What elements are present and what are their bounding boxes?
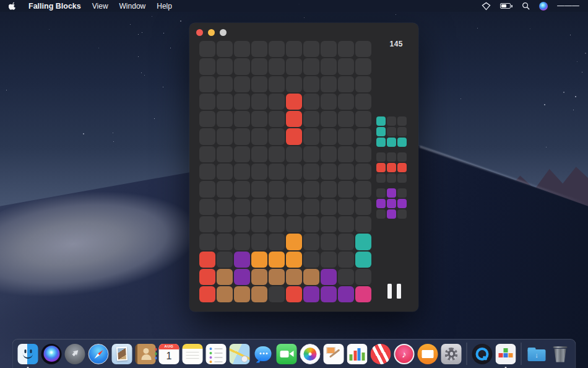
notification-center-icon[interactable] — [557, 4, 579, 8]
star — [49, 29, 50, 30]
dock-item-quicktime[interactable] — [472, 344, 493, 364]
lid — [553, 346, 568, 348]
preview-cell — [387, 163, 396, 172]
star — [6, 90, 7, 90]
grid-cell-empty — [338, 94, 354, 110]
preview-cell — [397, 173, 407, 183]
grid-cell-empty — [199, 111, 215, 127]
grid-cell-empty — [355, 216, 371, 232]
itunes-icon: ♪ — [394, 344, 415, 364]
dock-item-calendar[interactable]: AUG1 — [159, 344, 179, 364]
notes-icon — [183, 344, 203, 364]
grid-cell-empty — [303, 58, 319, 74]
grid-cell-empty — [269, 94, 285, 110]
dock-item-mail[interactable] — [112, 344, 132, 364]
dock-item-news[interactable] — [371, 344, 391, 364]
dock-item-messages[interactable] — [253, 344, 274, 364]
purple-plus-piece — [376, 188, 407, 219]
maps-icon — [230, 344, 250, 364]
grid-cell-empty — [234, 199, 250, 215]
grid-cell-filled — [286, 234, 302, 250]
dock-item-numbers[interactable] — [347, 344, 368, 364]
dock-item-trash[interactable] — [550, 344, 571, 364]
grid-cell-empty — [199, 164, 215, 180]
grid-cell-empty — [269, 286, 285, 302]
grid-cell-empty — [286, 216, 302, 232]
dock-item-facetime[interactable] — [277, 344, 297, 364]
preview-cell — [397, 138, 407, 147]
siri-icon — [41, 344, 62, 364]
dock-item-maps[interactable] — [230, 344, 250, 364]
grid-cell-empty — [303, 181, 319, 197]
dock-item-siri[interactable] — [41, 344, 62, 364]
dock-item-reminders[interactable] — [206, 344, 227, 364]
diamond-icon[interactable] — [482, 2, 491, 11]
star — [304, 17, 305, 18]
star — [544, 104, 545, 105]
star — [460, 99, 461, 99]
minimize-button[interactable] — [208, 29, 215, 36]
apple-menu-icon[interactable] — [9, 1, 17, 11]
dock-item-photos[interactable] — [300, 344, 321, 364]
pause-bar — [387, 284, 392, 299]
dock-item-itunes[interactable]: ♪ — [394, 344, 415, 364]
folder-body: ↓ — [528, 349, 546, 361]
menu-view[interactable]: View — [92, 2, 108, 11]
star — [573, 110, 574, 110]
close-button[interactable] — [196, 29, 203, 36]
grid-cell-empty — [269, 41, 285, 57]
grid-cell-empty — [234, 58, 250, 74]
grid-cell-empty — [199, 146, 215, 162]
preview-cell — [397, 116, 407, 126]
star — [163, 33, 164, 33]
grid-cell-empty — [303, 128, 319, 144]
dock-item-books[interactable] — [418, 344, 438, 364]
zoom-button[interactable] — [220, 29, 227, 36]
grid-cell-empty — [269, 146, 285, 162]
grid-cell-filled — [286, 252, 302, 268]
game-board — [199, 41, 371, 302]
spotlight-search-icon[interactable] — [522, 2, 530, 10]
score-value: 145 — [389, 40, 403, 48]
grid-cell-empty — [338, 76, 354, 92]
grid-cell-empty — [234, 128, 250, 144]
battery-icon[interactable] — [500, 3, 512, 9]
dock-item-settings[interactable] — [441, 344, 462, 364]
dock-item-downloads[interactable]: ↓ — [527, 344, 547, 364]
photos-icon — [300, 344, 321, 364]
preview-cell — [387, 138, 396, 147]
grid-cell-empty — [234, 41, 250, 57]
dock-item-notes[interactable] — [183, 344, 203, 364]
grid-cell-empty — [199, 128, 215, 144]
preview-cell — [376, 199, 386, 208]
menu-window[interactable]: Window — [119, 2, 146, 11]
dock-item-contacts[interactable] — [136, 344, 156, 364]
pause-button[interactable] — [384, 283, 405, 300]
star — [477, 28, 478, 28]
preview-cell — [397, 188, 407, 198]
grid-cell-empty — [269, 111, 285, 127]
grid-cell-empty — [355, 76, 371, 92]
dock-item-pages[interactable] — [324, 344, 344, 364]
grid-cell-empty — [217, 76, 233, 92]
grid-cell-filled — [269, 269, 285, 285]
dock-divider — [521, 343, 522, 365]
star — [585, 53, 586, 54]
star — [563, 92, 564, 93]
star — [546, 147, 547, 147]
active-app-name[interactable]: Falling Blocks — [28, 2, 81, 11]
grid-cell-empty — [286, 58, 302, 74]
dock-item-fallingblocks[interactable] — [496, 344, 516, 364]
dock-item-launchpad[interactable] — [65, 344, 85, 364]
f-smile — [23, 353, 33, 359]
needle — [93, 349, 104, 359]
menu-help[interactable]: Help — [157, 2, 172, 11]
grid-cell-empty — [217, 199, 233, 215]
finder-icon — [18, 344, 38, 364]
dock-item-safari[interactable] — [89, 344, 109, 364]
grid-cell-empty — [286, 199, 302, 215]
grid-cell-empty — [321, 146, 337, 162]
siri-icon[interactable] — [539, 2, 548, 11]
preview-cell — [397, 152, 407, 162]
dock-item-finder[interactable] — [18, 344, 38, 364]
